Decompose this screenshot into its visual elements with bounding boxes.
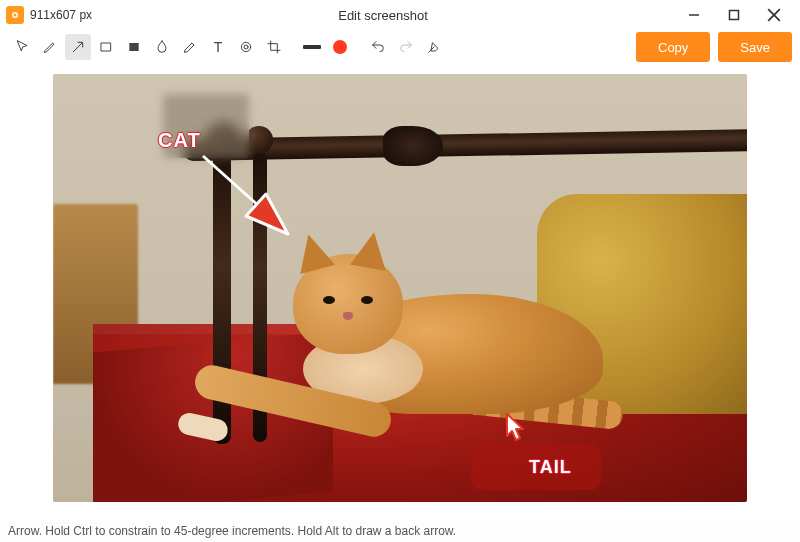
status-hint: Arrow. Hold Ctrl to constrain to 45-degr… <box>8 524 456 538</box>
arrow-tool[interactable] <box>65 34 91 60</box>
rectangle-tool[interactable] <box>93 34 119 60</box>
clear-button[interactable] <box>421 34 447 60</box>
annotation-text-cat[interactable]: CAT <box>158 129 201 152</box>
svg-line-6 <box>73 42 82 51</box>
maximize-button[interactable] <box>714 0 754 30</box>
close-button[interactable] <box>754 0 794 30</box>
counter-tool[interactable] <box>233 34 259 60</box>
screenshot-canvas[interactable]: CAT TAIL <box>53 74 747 502</box>
svg-rect-3 <box>730 11 739 20</box>
text-tool[interactable]: T <box>205 34 231 60</box>
undo-button[interactable] <box>365 34 391 60</box>
title-bar: 911x607 px Edit screenshot <box>0 0 800 30</box>
toolbar: T Copy Save <box>0 30 800 64</box>
status-bar: Arrow. Hold Ctrl to constrain to 45-degr… <box>0 520 800 542</box>
crop-tool[interactable] <box>261 34 287 60</box>
svg-point-9 <box>241 42 250 51</box>
svg-point-1 <box>14 14 17 17</box>
svg-rect-8 <box>129 43 138 51</box>
pen-tool[interactable] <box>37 34 63 60</box>
redo-button[interactable] <box>393 34 419 60</box>
window-title: Edit screenshot <box>92 8 674 23</box>
canvas-area[interactable]: CAT TAIL <box>0 64 800 520</box>
svg-rect-7 <box>101 43 110 51</box>
save-button[interactable]: Save <box>718 32 792 62</box>
image-dimensions: 911x607 px <box>30 8 92 22</box>
line-thickness-control[interactable] <box>299 34 325 60</box>
app-icon <box>6 6 24 24</box>
blur-tool[interactable] <box>149 34 175 60</box>
annotation-pointer-tail[interactable] <box>503 412 527 447</box>
minimize-button[interactable] <box>674 0 714 30</box>
marker-tool[interactable] <box>177 34 203 60</box>
svg-point-10 <box>244 45 248 49</box>
copy-button[interactable]: Copy <box>636 32 710 62</box>
cursor-tool[interactable] <box>9 34 35 60</box>
annotation-text-tail[interactable]: TAIL <box>529 457 572 478</box>
color-picker[interactable] <box>327 34 353 60</box>
filled-rectangle-tool[interactable] <box>121 34 147 60</box>
